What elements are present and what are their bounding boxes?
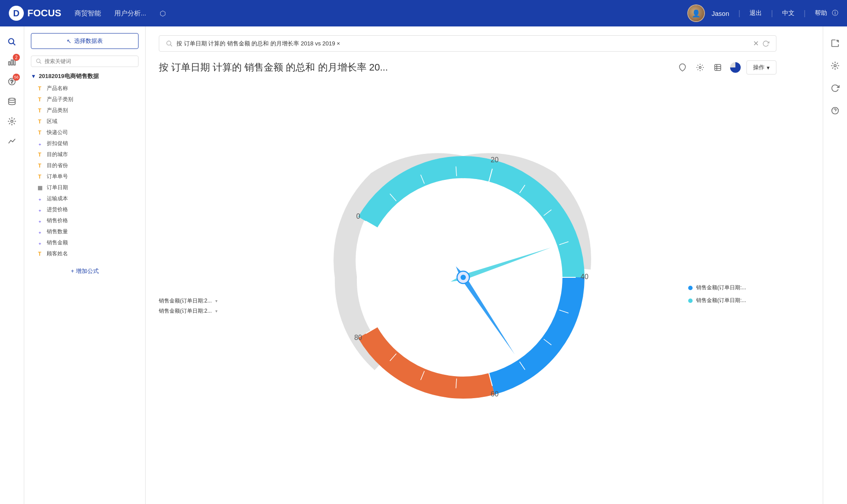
avatar-image: 👤 — [688, 5, 704, 21]
field-item[interactable]: ₊销售金额 — [36, 237, 139, 248]
field-item[interactable]: ₊销售数量 — [36, 226, 139, 237]
left-icon-sidebar: 2 ? 56 — [0, 26, 24, 504]
sidebar-chart-icon[interactable]: 2 — [3, 53, 21, 71]
label-dropdown-2[interactable]: ▾ — [215, 309, 217, 314]
field-item[interactable]: T产品子类别 — [36, 94, 139, 105]
add-formula-label: + 增加公式 — [71, 267, 98, 275]
label-item-2[interactable]: 销售金额(订单日期:2... ▾ — [159, 307, 238, 315]
svg-text:40: 40 — [581, 273, 588, 280]
legend-dot-1 — [688, 286, 693, 290]
query-search-icon — [166, 40, 173, 47]
help-icon: ⓘ — [832, 9, 838, 17]
right-refresh-icon[interactable] — [827, 80, 843, 96]
chart-legend: 销售金额(订单日期:... 销售金额(订单日期:... — [688, 86, 776, 304]
pie-icon-visual — [730, 62, 741, 73]
legend-item-2: 销售金额(订单日期:... — [688, 297, 776, 304]
username: Jason — [712, 10, 729, 17]
field-search-box[interactable] — [31, 56, 139, 67]
query-refresh-icon[interactable] — [762, 40, 769, 47]
gauge-svg: 020406080 — [309, 92, 618, 366]
external-link-icon[interactable]: ⬡ — [160, 9, 166, 18]
field-item[interactable]: T目的城市 — [36, 149, 139, 160]
chart-settings-icon[interactable] — [693, 61, 707, 74]
label-item-1[interactable]: 销售金额(订单日期:2... ▾ — [159, 297, 238, 305]
svg-rect-3 — [11, 60, 12, 65]
select-table-button[interactable]: ↖ 选择数据表 — [31, 33, 139, 49]
field-item[interactable]: ₊进货价格 — [36, 204, 139, 215]
table-icon[interactable] — [711, 61, 724, 74]
field-item[interactable]: ₊折扣促销 — [36, 138, 139, 149]
sidebar-search-icon[interactable] — [3, 33, 21, 51]
table-group-name: 20182019电商销售数据 — [39, 72, 99, 80]
query-bar: 按 订单日期 计算的 销售金额 的总和 的月增长率 2018 vs 2019 ×… — [159, 35, 776, 52]
menu-item-bizintel[interactable]: 商贸智能 — [75, 9, 101, 18]
svg-point-13 — [834, 65, 836, 67]
chart-title: 按 订单日期 计算的 销售金额 的总和 的月增长率 20... — [159, 61, 669, 74]
chart-toolbar: 操作 ▾ — [676, 60, 776, 75]
query-text: 按 订单日期 计算的 销售金额 的总和 的月增长率 2018 vs 2019 × — [176, 40, 750, 48]
pin-icon[interactable] — [676, 61, 689, 74]
right-settings-icon[interactable] — [827, 58, 843, 74]
main-content: 按 订单日期 计算的 销售金额 的总和 的月增长率 2018 vs 2019 ×… — [146, 26, 847, 504]
field-item[interactable]: T订单单号 — [36, 171, 139, 182]
field-list: T产品名称T产品子类别T产品类别T区域T快递公司₊折扣促销T目的城市T目的省份T… — [31, 83, 139, 259]
svg-line-1 — [13, 43, 15, 45]
divider3: ｜ — [801, 9, 808, 18]
operate-chevron: ▾ — [767, 64, 770, 71]
label-text-2: 销售金额(订单日期:2... — [159, 307, 212, 315]
select-table-label: 选择数据表 — [74, 37, 103, 45]
operate-label: 操作 — [753, 63, 765, 71]
svg-point-18 — [699, 67, 701, 69]
sidebar-database-icon[interactable] — [3, 93, 21, 110]
field-item[interactable]: T产品类别 — [36, 105, 139, 116]
logo-letter: D — [13, 8, 19, 19]
help-link[interactable]: 帮助 — [815, 9, 827, 17]
field-search-input[interactable] — [45, 58, 134, 64]
field-item[interactable]: ₊运输成本 — [36, 193, 139, 204]
right-help-icon[interactable] — [827, 103, 843, 119]
svg-rect-19 — [715, 64, 721, 71]
svg-text:20: 20 — [491, 156, 498, 164]
query-close-button[interactable]: ✕ — [753, 39, 759, 48]
logo-text: FOCUS — [27, 7, 61, 19]
topnav-right: 👤 Jason ｜ 退出 ｜ 中文 ｜ 帮助 ⓘ — [687, 4, 838, 22]
field-item[interactable]: T快递公司 — [36, 127, 139, 138]
svg-text:0: 0 — [356, 213, 360, 220]
gauge-blue-arc — [492, 277, 573, 384]
table-group: ▼ 20182019电商销售数据 T产品名称T产品子类别T产品类别T区域T快递公… — [31, 72, 139, 259]
chart-header: 按 订单日期 计算的 销售金额 的总和 的月增长率 20... — [159, 60, 776, 75]
sidebar-settings-icon[interactable] — [3, 112, 21, 130]
svg-line-17 — [170, 45, 172, 46]
pie-chart-icon[interactable] — [729, 61, 742, 74]
field-item[interactable]: T产品名称 — [36, 83, 139, 94]
legend-label-1: 销售金额(订单日期:... — [696, 284, 746, 291]
svg-point-9 — [37, 59, 40, 63]
table-group-header[interactable]: ▼ 20182019电商销售数据 — [31, 72, 139, 80]
select-table-arrow: ↖ — [67, 38, 71, 45]
field-item[interactable]: ▦订单日期 — [36, 182, 139, 193]
svg-point-48 — [461, 275, 466, 280]
chart-left-labels: 销售金额(订单日期:2... ▾ 销售金额(订单日期:2... ▾ — [159, 86, 238, 315]
svg-rect-2 — [9, 62, 10, 65]
field-item[interactable]: ₊销售价格 — [36, 215, 139, 226]
logout-link[interactable]: 退出 — [750, 9, 762, 17]
operate-button[interactable]: 操作 ▾ — [746, 60, 776, 75]
logo[interactable]: D FOCUS — [9, 6, 61, 21]
gauge-chart: 020406080 — [251, 86, 675, 372]
right-export-icon[interactable] — [827, 35, 843, 51]
svg-text:?: ? — [11, 78, 14, 84]
field-item[interactable]: T顾客姓名 — [36, 248, 139, 259]
sidebar-analytics-icon[interactable] — [3, 132, 21, 150]
add-formula-button[interactable]: + 增加公式 — [31, 264, 139, 279]
topnav-menu: 商贸智能 用户分析... ⬡ — [75, 9, 687, 18]
language-link[interactable]: 中文 — [782, 9, 795, 17]
field-item[interactable]: T目的省份 — [36, 160, 139, 171]
left-data-panel: ↖ 选择数据表 ▼ 20182019电商销售数据 T产品名称T产品子类别T产品类… — [24, 26, 146, 504]
avatar[interactable]: 👤 — [687, 4, 705, 22]
menu-item-useranalysis[interactable]: 用户分析... — [114, 9, 146, 18]
chart-area: 销售金额(订单日期:2... ▾ 销售金额(订单日期:2... ▾ — [159, 86, 776, 372]
divider1: ｜ — [736, 9, 743, 18]
label-dropdown-1[interactable]: ▾ — [215, 299, 217, 303]
sidebar-question-icon[interactable]: ? 56 — [3, 73, 21, 90]
field-item[interactable]: T区域 — [36, 116, 139, 127]
